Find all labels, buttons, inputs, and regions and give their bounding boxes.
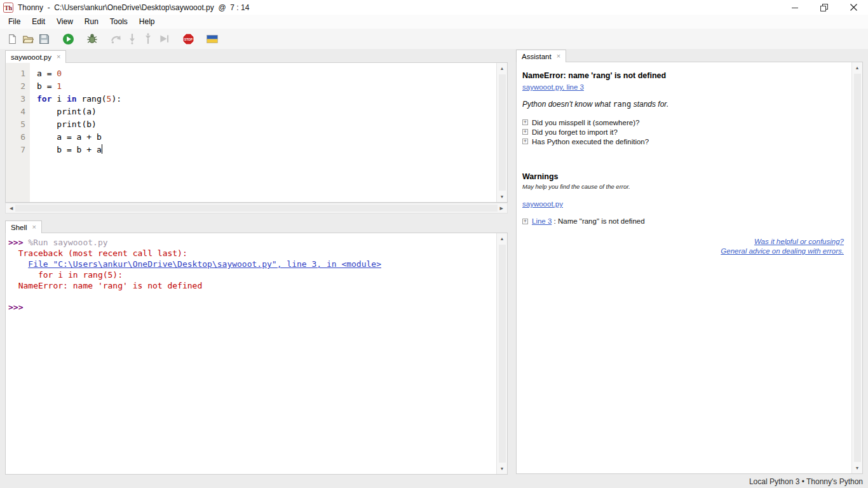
scroll-down-icon[interactable]: ▼ xyxy=(500,191,505,202)
save-icon xyxy=(39,34,50,44)
line-number: 6 xyxy=(6,131,30,144)
scrollbar-thumb[interactable] xyxy=(499,245,506,463)
editor-tab-bar: saywooot.py × xyxy=(5,50,66,63)
menu-help[interactable]: Help xyxy=(133,15,161,28)
editor-vertical-scrollbar[interactable]: ▲ ▼ xyxy=(496,63,507,202)
editor-horizontal-scrollbar[interactable]: ◀ ▶ xyxy=(5,203,508,214)
editor-code[interactable]: a = 0b = 1for i in rang(5): print(a) pri… xyxy=(30,63,496,202)
shell-vertical-scrollbar[interactable]: ▲ ▼ xyxy=(496,233,507,474)
assistant-pane: NameError: name 'rang' is not defined sa… xyxy=(516,62,863,474)
bug-icon xyxy=(86,33,98,44)
editor-gutter: 1234567 xyxy=(6,63,30,202)
thonny-logo-icon: Th xyxy=(3,3,13,13)
open-folder-icon xyxy=(22,33,34,44)
scroll-up-icon[interactable]: ▲ xyxy=(855,62,860,73)
code-line[interactable]: a = 0 xyxy=(37,67,496,80)
code-line[interactable]: for i in rang(5): xyxy=(37,93,496,105)
shell-line[interactable]: for i in rang(5): xyxy=(8,269,496,280)
scroll-down-icon[interactable]: ▼ xyxy=(500,463,505,474)
save-file-button[interactable] xyxy=(36,31,51,46)
new-file-button[interactable] xyxy=(4,31,20,46)
code-line[interactable]: b = 1 xyxy=(37,80,496,93)
feedback-link[interactable]: Was it helpful or confusing? xyxy=(522,237,844,247)
shell-pane: >>> %Run saywooot.py Traceback (most rec… xyxy=(5,233,508,475)
code-line[interactable]: print(a) xyxy=(37,105,496,118)
scrollbar-thumb[interactable] xyxy=(854,74,861,462)
warnings-title: Warnings xyxy=(522,172,844,181)
menu-file[interactable]: File xyxy=(3,15,26,28)
code-line[interactable]: print(b) xyxy=(37,118,496,131)
close-tab-icon[interactable]: × xyxy=(57,53,60,60)
editor-pane: 1234567 a = 0b = 1for i in rang(5): prin… xyxy=(5,62,508,203)
error-advice-link[interactable]: General advice on dealing with errors. xyxy=(522,247,844,256)
step-over-button[interactable] xyxy=(109,31,124,46)
tab-assistant[interactable]: Assistant × xyxy=(516,50,566,62)
close-tab-icon[interactable]: × xyxy=(557,53,560,60)
text-caret xyxy=(102,144,102,154)
error-location-link[interactable]: saywooot.py, line 3 xyxy=(522,83,584,91)
scroll-up-icon[interactable]: ▲ xyxy=(500,233,505,244)
step-into-button[interactable] xyxy=(125,31,140,46)
maximize-restore-button[interactable] xyxy=(810,0,839,15)
scroll-down-icon[interactable]: ▼ xyxy=(855,463,860,473)
expand-icon[interactable]: + xyxy=(522,219,528,224)
shell-line[interactable]: >>> xyxy=(8,302,496,313)
debug-script-button[interactable] xyxy=(85,31,100,46)
shell-line[interactable]: Traceback (most recent call last): xyxy=(8,248,496,259)
close-button[interactable] xyxy=(839,0,868,15)
shell-line[interactable]: >>> %Run saywooot.py xyxy=(8,237,496,248)
suggestion-item[interactable]: +Has Python executed the definition? xyxy=(522,137,844,146)
assistant-vertical-scrollbar[interactable]: ▲ ▼ xyxy=(851,62,862,473)
scrollbar-thumb[interactable] xyxy=(499,74,506,191)
tab-label: Assistant xyxy=(522,53,552,60)
close-icon xyxy=(850,4,857,11)
support-ukraine-button[interactable] xyxy=(205,31,220,46)
shell-line[interactable]: File "C:\Users\ankur\OneDrive\Desktop\sa… xyxy=(8,259,496,269)
warning-file-link[interactable]: saywooot.py xyxy=(522,200,563,208)
shell-line[interactable] xyxy=(8,291,496,302)
suggestion-item[interactable]: +Did you misspell it (somewhere)? xyxy=(522,118,844,127)
shell-output[interactable]: >>> %Run saywooot.py Traceback (most rec… xyxy=(6,233,496,474)
suggestion-item[interactable]: +Did you forget to import it? xyxy=(522,127,844,137)
scrollbar-thumb[interactable] xyxy=(15,205,497,212)
stop-button[interactable]: STOP xyxy=(180,31,196,46)
open-file-button[interactable] xyxy=(20,31,36,46)
step-over-icon xyxy=(111,33,122,44)
tab-shell[interactable]: Shell × xyxy=(5,220,42,233)
expand-icon[interactable]: + xyxy=(522,129,528,135)
tab-label: Shell xyxy=(11,224,27,231)
menu-tools[interactable]: Tools xyxy=(104,15,133,28)
restore-icon xyxy=(820,4,828,11)
scroll-up-icon[interactable]: ▲ xyxy=(500,63,505,74)
run-script-button[interactable] xyxy=(60,31,76,46)
resume-button[interactable] xyxy=(156,31,172,46)
step-out-button[interactable] xyxy=(140,31,156,46)
menu-view[interactable]: View xyxy=(51,15,79,28)
warning-item[interactable]: + Line 3 : Name "rang" is not defined xyxy=(522,217,844,225)
scroll-left-icon[interactable]: ◀ xyxy=(8,206,14,210)
new-file-icon xyxy=(7,34,18,44)
assistant-tab-bar: Assistant × xyxy=(516,50,566,62)
menu-run[interactable]: Run xyxy=(79,15,104,28)
code-line[interactable]: a = a + b xyxy=(37,131,496,144)
stack-trace-link[interactable]: File "C:\Users\ankur\OneDrive\Desktop\sa… xyxy=(28,259,381,269)
line-number: 3 xyxy=(6,93,30,105)
minimize-icon xyxy=(792,4,798,11)
menu-edit[interactable]: Edit xyxy=(26,15,51,28)
close-tab-icon[interactable]: × xyxy=(32,224,36,231)
expand-icon[interactable]: + xyxy=(522,119,528,125)
line-number: 5 xyxy=(6,118,30,131)
window-title: Thonny - C:\Users\ankur\OneDrive\Desktop… xyxy=(18,3,249,12)
warning-line-link[interactable]: Line 3 xyxy=(532,217,552,225)
expand-icon[interactable]: + xyxy=(522,139,528,144)
scroll-right-icon[interactable]: ▶ xyxy=(499,206,505,210)
step-into-icon xyxy=(126,33,138,44)
minimize-button[interactable] xyxy=(780,0,810,15)
code-line[interactable]: b = b + a xyxy=(37,144,496,156)
svg-text:STOP: STOP xyxy=(184,37,193,41)
resume-icon xyxy=(158,33,170,44)
shell-line[interactable]: NameError: name 'rang' is not defined xyxy=(8,280,496,291)
line-number: 2 xyxy=(6,80,30,93)
interpreter-status[interactable]: Local Python 3 • Thonny's Python xyxy=(749,477,863,486)
tab-saywooot-py[interactable]: saywooot.py × xyxy=(5,50,66,63)
